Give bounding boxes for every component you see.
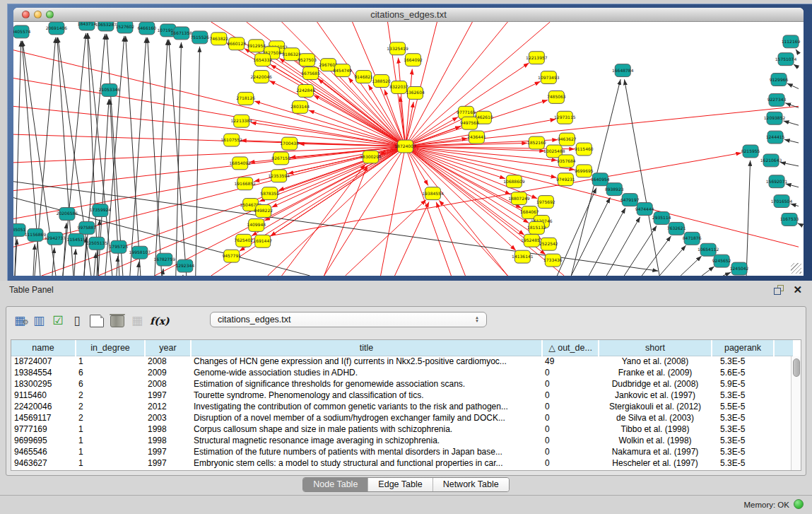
graph-node[interactable]: 18807249: [508, 192, 530, 205]
graph-node[interactable]: 20206586: [57, 208, 78, 221]
tab-node-table[interactable]: Node Table: [303, 478, 367, 491]
function-builder-icon[interactable]: f(x): [150, 313, 170, 329]
graph-node[interactable]: 9463627: [558, 133, 577, 146]
graph-node[interactable]: 18724007: [394, 140, 416, 153]
graph-node[interactable]: 8267150: [271, 152, 290, 165]
graph-node[interactable]: 1852160: [527, 136, 546, 149]
graph-node[interactable]: 5675685: [301, 67, 320, 80]
graph-node[interactable]: 17016504: [771, 195, 793, 208]
graph-node[interactable]: 12353594: [268, 170, 290, 182]
column-header-name[interactable]: name: [11, 340, 76, 356]
graph-node[interactable]: 1691447: [253, 235, 272, 247]
table-row[interactable]: 946554611997Estimation of the future num…: [11, 446, 794, 457]
graph-node[interactable]: 7632621: [667, 222, 686, 235]
graph-node[interactable]: 5878350: [260, 187, 279, 200]
graph-node[interactable]: 1654332: [253, 54, 272, 66]
graph-node[interactable]: 8215955: [741, 145, 760, 158]
graph-node[interactable]: 13325419: [387, 42, 408, 55]
graph-node[interactable]: 1640954: [591, 173, 610, 186]
table-row[interactable]: 946362711997Embryonic stem cells: a mode…: [11, 457, 794, 469]
graph-node[interactable]: 9357684: [557, 155, 576, 168]
graph-node[interactable]: 9474444: [635, 203, 654, 216]
graph-node[interactable]: 2935114: [652, 212, 671, 225]
graph-node[interactable]: 9457791: [222, 250, 241, 262]
graph-node[interactable]: 11156869: [25, 228, 47, 241]
graph-node[interactable]: 8471876: [683, 232, 702, 245]
import-table-icon[interactable]: ▦: [131, 313, 143, 329]
close-panel-icon[interactable]: ✕: [793, 284, 802, 296]
graph-node[interactable]: 9497568: [460, 117, 479, 129]
graph-node[interactable]: 10973493: [538, 71, 560, 84]
graph-node[interactable]: 1388520: [372, 75, 391, 88]
table-row[interactable]: 1872400712008Changes of HCN gene express…: [11, 356, 794, 367]
graph-node[interactable]: 7485063: [547, 90, 566, 103]
float-window-icon[interactable]: [774, 285, 784, 295]
graph-node[interactable]: 1167533: [780, 213, 799, 226]
graph-node[interactable]: 16671358: [171, 27, 193, 40]
graph-node[interactable]: 9115460: [575, 143, 594, 156]
graph-node[interactable]: 10653287: [95, 22, 117, 31]
column-header-short[interactable]: short: [599, 340, 712, 356]
graph-node[interactable]: 12093852: [764, 112, 786, 124]
clear-selection-icon[interactable]: ▯: [71, 313, 83, 329]
column-header-pagerank[interactable]: pagerank: [712, 340, 774, 356]
graph-node[interactable]: 9129966: [770, 74, 789, 86]
select-all-icon[interactable]: ☑: [52, 313, 64, 329]
graph-node[interactable]: 8454749: [333, 64, 352, 77]
graph-node[interactable]: 1362604: [406, 86, 425, 99]
graph-node[interactable]: 1409948: [247, 218, 266, 231]
scrollbar-thumb[interactable]: [793, 358, 800, 377]
graph-node[interactable]: 2803144: [290, 100, 310, 113]
graph-node[interactable]: 1700438: [280, 137, 299, 150]
graph-node[interactable]: 9975887: [78, 221, 97, 234]
column-header-in_degree[interactable]: in_degree: [76, 340, 145, 356]
graph-node[interactable]: 1244415: [766, 131, 785, 144]
graph-node[interactable]: 15692071: [766, 175, 788, 188]
graph-node[interactable]: 2242848: [296, 85, 315, 98]
graph-node[interactable]: 1795725: [110, 240, 129, 253]
delete-table-icon[interactable]: [110, 315, 124, 327]
graph-node[interactable]: 15751074: [775, 53, 797, 66]
vertical-scrollbar[interactable]: [791, 356, 801, 470]
graph-node[interactable]: 1664092: [404, 54, 423, 66]
graph-node[interactable]: 9405574: [13, 25, 31, 38]
graph-node[interactable]: 9146821: [354, 71, 373, 83]
table-row[interactable]: 1938455462009Genome-wide association stu…: [11, 367, 794, 378]
graph-node[interactable]: 2522542: [539, 238, 558, 250]
table-row[interactable]: 911546021997Tourette syndrome. Phenomeno…: [11, 390, 794, 401]
graph-node[interactable]: 20691406: [46, 22, 68, 35]
graph-node[interactable]: 1527602: [116, 22, 135, 33]
graph-node[interactable]: 9498222: [254, 205, 273, 218]
graph-node[interactable]: 9699695: [575, 165, 594, 177]
graph-node[interactable]: 1154519: [67, 233, 86, 246]
network-window-titlebar[interactable]: citations_edges.txt: [13, 8, 804, 22]
tab-network-table[interactable]: Network Table: [433, 478, 509, 491]
graph-node[interactable]: 1843714: [78, 22, 97, 30]
graph-node[interactable]: 1815132: [527, 221, 546, 234]
graph-node[interactable]: 16107552: [220, 134, 242, 146]
graph-node[interactable]: 7625402: [234, 234, 253, 247]
table-row[interactable]: 977716911998Corpus callosum shape and si…: [11, 424, 794, 435]
graph-node[interactable]: 19958107: [129, 246, 151, 259]
graph-node[interactable]: 22420046: [250, 71, 272, 83]
graph-node[interactable]: 6466160: [138, 22, 157, 35]
graph-node[interactable]: 9660128: [227, 37, 246, 50]
new-table-icon[interactable]: [90, 315, 104, 327]
show-columns-icon[interactable]: ▥: [33, 313, 45, 329]
graph-node[interactable]: 14136141: [512, 250, 534, 263]
graph-node[interactable]: 7463822: [209, 33, 228, 45]
graph-node[interactable]: 16782759: [154, 253, 176, 266]
graph-node[interactable]: 2718126: [236, 92, 255, 105]
graph-node[interactable]: 2436441: [467, 131, 486, 144]
graph-node[interactable]: 1975692: [536, 196, 555, 209]
graph-node[interactable]: 6479197: [620, 194, 640, 206]
graph-node[interactable]: 7515526: [190, 31, 209, 44]
graph-node[interactable]: 1112169: [782, 35, 801, 48]
graph-node[interactable]: 17359924: [90, 204, 112, 217]
graph-node[interactable]: 1292344: [175, 259, 194, 272]
resize-grip-icon[interactable]: [791, 263, 801, 274]
column-header-out_de[interactable]: △ out_de...: [542, 340, 599, 356]
graph-node[interactable]: 16210643: [760, 154, 782, 167]
graph-node[interactable]: 16854092: [229, 157, 251, 170]
graph-node[interactable]: 1245042: [730, 262, 749, 275]
